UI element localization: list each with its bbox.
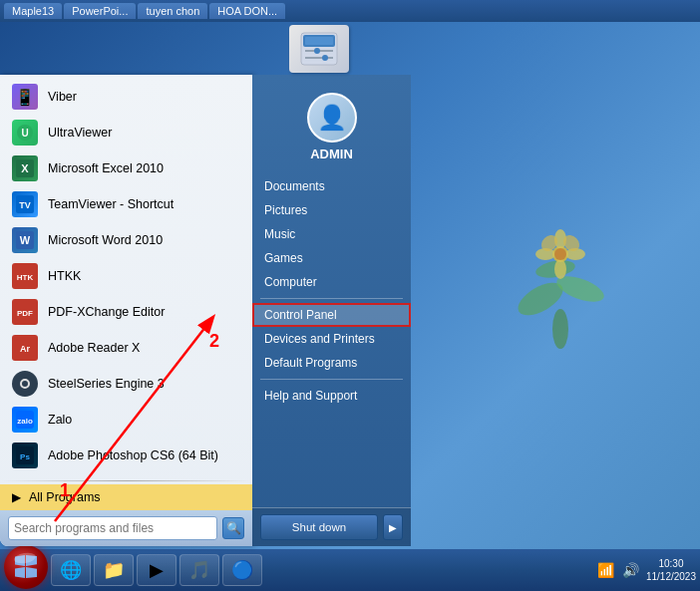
shutdown-arrow-button[interactable]: ▶ <box>383 514 403 540</box>
menu-separator <box>0 480 252 481</box>
taskbar-bottom: 🌐 📁 ▶ 🎵 🔵 📶 🔊 10:30 11/12/2023 <box>0 549 700 591</box>
search-input[interactable] <box>8 516 217 540</box>
all-programs-item[interactable]: ▶ All Programs <box>0 484 252 510</box>
taskbar-chrome[interactable]: 🔵 <box>222 554 262 586</box>
adobe-label: Adobe Reader X <box>48 341 140 355</box>
steelseries-icon <box>12 371 38 397</box>
annotation-2: 2 <box>209 331 219 352</box>
svg-point-0 <box>552 309 568 349</box>
menu-item-excel[interactable]: X Microsoft Excel 2010 <box>0 150 252 186</box>
right-menu-documents[interactable]: Documents <box>252 174 411 198</box>
cp-icon-image <box>289 25 349 73</box>
windows-logo <box>13 554 39 580</box>
teamviewer-icon: TV <box>12 191 38 217</box>
excel-icon: X <box>12 155 38 181</box>
clock-time: 10:30 <box>646 557 696 570</box>
svg-text:W: W <box>20 234 31 246</box>
steelseries-label: SteelSeries Engine 3 <box>48 377 165 391</box>
viber-label: Viber <box>48 90 77 104</box>
user-avatar: 👤 <box>307 93 357 143</box>
svg-text:zalo: zalo <box>17 417 33 426</box>
right-menu-devices[interactable]: Devices and Printers <box>252 327 411 351</box>
username: ADMIN <box>310 147 353 161</box>
word-icon: W <box>12 227 38 253</box>
annotation-1: 1 <box>60 480 70 501</box>
menu-item-viber[interactable]: 📱 Viber <box>0 79 252 115</box>
chrome-icon: 🔵 <box>231 559 253 581</box>
desktop-decoration <box>501 199 620 349</box>
right-menu-games[interactable]: Games <box>252 246 411 270</box>
svg-text:Ps: Ps <box>20 452 30 461</box>
shutdown-area: Shut down ▶ <box>252 507 411 546</box>
right-menu-default-programs[interactable]: Default Programs <box>252 351 411 375</box>
taskbar-music[interactable]: 🎵 <box>179 554 219 586</box>
svg-text:PDF: PDF <box>17 309 33 318</box>
excel-label: Microsoft Excel 2010 <box>48 161 164 175</box>
menu-item-word[interactable]: W Microsoft Word 2010 <box>0 222 252 258</box>
right-menu-computer[interactable]: Computer <box>252 270 411 294</box>
menu-item-pdf[interactable]: PDF PDF-XChange Editor <box>0 294 252 330</box>
svg-point-18 <box>322 55 328 61</box>
word-label: Microsoft Word 2010 <box>48 233 163 247</box>
taskbar-ie[interactable]: 🌐 <box>51 554 91 586</box>
desktop: Maple13 PowerPoi... tuyen chon HOA DON..… <box>0 0 700 591</box>
right-menu-music[interactable]: Music <box>252 222 411 246</box>
pdf-icon: PDF <box>12 299 38 325</box>
right-menu-control-panel[interactable]: Control Panel <box>252 303 411 327</box>
svg-text:X: X <box>21 162 29 174</box>
shutdown-label: Shut down <box>292 521 346 533</box>
menu-item-ultraviewer[interactable]: U UltraViewer <box>0 115 252 150</box>
taskbar-tab-maple[interactable]: Maple13 <box>4 3 62 19</box>
annotation-1-label: 1 <box>60 480 70 500</box>
pdf-label: PDF-XChange Editor <box>48 305 165 319</box>
adobe-icon: Ar <box>12 335 38 361</box>
svg-text:HTK: HTK <box>17 273 34 282</box>
menu-item-zalo[interactable]: zalo Zalo <box>0 402 252 438</box>
annotation-2-label: 2 <box>209 331 219 351</box>
search-button[interactable]: 🔍 <box>222 517 244 539</box>
search-area: 🔍 <box>0 510 252 546</box>
svg-rect-14 <box>305 37 333 45</box>
menu-item-photoshop[interactable]: Ps Adobe Photoshop CS6 (64 Bit) <box>0 438 252 473</box>
taskbar-tab-tuyen[interactable]: tuyen chon <box>138 3 207 19</box>
taskbar-tab-hoa[interactable]: HOA DON... <box>209 3 285 19</box>
taskbar-tab-powerpoint[interactable]: PowerPoi... <box>64 3 136 19</box>
photoshop-label: Adobe Photoshop CS6 (64 Bit) <box>48 448 218 462</box>
svg-point-33 <box>17 376 33 392</box>
clock-date: 11/12/2023 <box>646 570 696 583</box>
menu-item-teamviewer[interactable]: TV TeamViewer - Shortcut <box>0 186 252 222</box>
svg-point-6 <box>554 259 566 279</box>
right-menu-help[interactable]: Help and Support <box>252 384 411 408</box>
svg-text:U: U <box>21 128 28 139</box>
shutdown-button[interactable]: Shut down <box>260 514 378 540</box>
start-orb-button[interactable] <box>4 545 48 589</box>
right-separator-2 <box>260 379 403 380</box>
taskbar-media[interactable]: ▶ <box>137 554 176 586</box>
media-icon: ▶ <box>150 559 164 581</box>
tray-network-icon[interactable]: 📶 <box>596 560 616 580</box>
tray-volume-icon[interactable]: 🔊 <box>621 560 641 580</box>
right-menu-pictures[interactable]: Pictures <box>252 198 411 222</box>
music-icon: 🎵 <box>188 559 210 581</box>
start-menu: 📱 Viber U UltraViewer X Microsoft Excel … <box>0 75 411 546</box>
photoshop-icon: Ps <box>12 443 38 468</box>
svg-text:Ar: Ar <box>20 344 30 354</box>
htkk-icon: HTK <box>12 263 38 289</box>
right-separator <box>260 298 403 299</box>
explorer-icon: 📁 <box>103 559 125 581</box>
ultraviewer-icon: U <box>12 120 38 146</box>
taskbar-top: Maple13 PowerPoi... tuyen chon HOA DON..… <box>0 0 700 22</box>
clock-area[interactable]: 10:30 11/12/2023 <box>646 557 696 583</box>
menu-item-steelseries[interactable]: SteelSeries Engine 3 <box>0 366 252 402</box>
ie-icon: 🌐 <box>60 559 82 581</box>
zalo-icon: zalo <box>12 407 38 433</box>
all-programs-arrow: ▶ <box>12 490 21 504</box>
taskbar-explorer[interactable]: 📁 <box>94 554 134 586</box>
start-menu-right: 👤 ADMIN Documents Pictures Music Games C… <box>252 75 411 546</box>
svg-point-11 <box>554 248 566 260</box>
teamviewer-label: TeamViewer - Shortcut <box>48 197 174 211</box>
control-panel-top-icon <box>289 25 349 73</box>
zalo-label: Zalo <box>48 413 72 427</box>
ultraviewer-label: UltraViewer <box>48 126 112 140</box>
menu-item-htkk[interactable]: HTK HTKK <box>0 258 252 294</box>
